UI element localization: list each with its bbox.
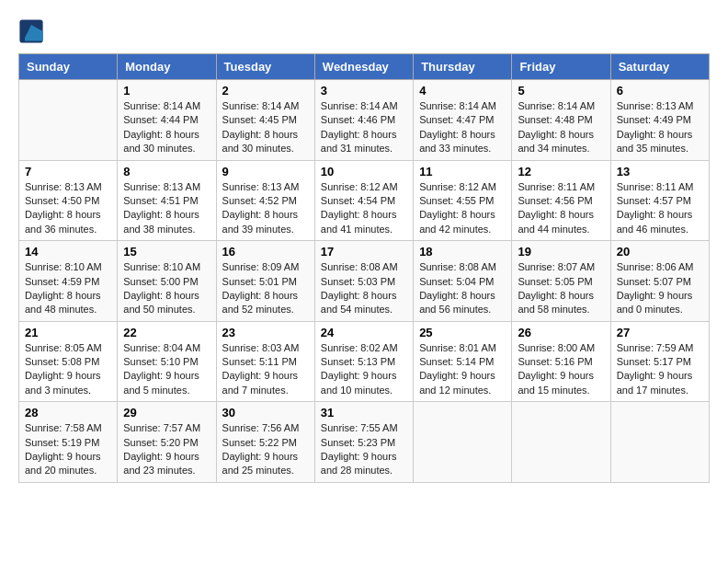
calendar-week-4: 21Sunrise: 8:05 AM Sunset: 5:08 PM Dayli… [19,321,710,402]
day-number: 14 [25,245,111,259]
day-info: Sunrise: 8:14 AM Sunset: 4:44 PM Dayligh… [123,99,210,156]
day-number: 19 [518,245,604,259]
day-info: Sunrise: 8:07 AM Sunset: 5:05 PM Dayligh… [518,260,604,317]
weekday-header-sunday: Sunday [19,54,118,80]
calendar-cell: 22Sunrise: 8:04 AM Sunset: 5:10 PM Dayli… [118,321,216,402]
day-info: Sunrise: 7:55 AM Sunset: 5:23 PM Dayligh… [321,421,407,478]
weekday-header-thursday: Thursday [414,54,512,80]
day-number: 3 [321,84,407,98]
day-number: 27 [617,326,703,339]
day-info: Sunrise: 7:59 AM Sunset: 5:17 PM Dayligh… [617,341,703,398]
day-number: 22 [123,326,210,339]
weekday-header-friday: Friday [512,54,610,80]
calendar-cell: 19Sunrise: 8:07 AM Sunset: 5:05 PM Dayli… [512,241,610,322]
calendar-cell: 2Sunrise: 8:14 AM Sunset: 4:45 PM Daylig… [216,80,314,161]
day-info: Sunrise: 8:05 AM Sunset: 5:08 PM Dayligh… [25,341,111,398]
day-info: Sunrise: 7:57 AM Sunset: 5:20 PM Dayligh… [123,421,210,478]
day-number: 29 [123,406,210,419]
day-number: 10 [321,165,407,178]
calendar-cell: 3Sunrise: 8:14 AM Sunset: 4:46 PM Daylig… [314,80,413,161]
calendar-cell: 4Sunrise: 8:14 AM Sunset: 4:47 PM Daylig… [414,80,512,161]
day-number: 1 [123,84,210,98]
day-number: 28 [25,406,111,419]
calendar-week-3: 14Sunrise: 8:10 AM Sunset: 4:59 PM Dayli… [19,241,710,322]
day-number: 31 [321,406,407,419]
day-info: Sunrise: 8:06 AM Sunset: 5:07 PM Dayligh… [617,260,703,317]
day-number: 23 [222,326,309,339]
calendar-cell [19,80,118,161]
day-number: 24 [321,326,407,339]
weekday-header-saturday: Saturday [610,54,709,80]
day-number: 26 [518,326,604,339]
calendar-cell: 14Sunrise: 8:10 AM Sunset: 4:59 PM Dayli… [19,241,118,322]
day-info: Sunrise: 8:08 AM Sunset: 5:04 PM Dayligh… [419,260,506,317]
day-number: 6 [617,84,703,98]
day-info: Sunrise: 8:03 AM Sunset: 5:11 PM Dayligh… [222,341,309,398]
calendar-cell: 31Sunrise: 7:55 AM Sunset: 5:23 PM Dayli… [314,402,413,483]
day-info: Sunrise: 7:56 AM Sunset: 5:22 PM Dayligh… [222,421,309,478]
calendar-cell: 21Sunrise: 8:05 AM Sunset: 5:08 PM Dayli… [19,321,118,402]
day-info: Sunrise: 8:13 AM Sunset: 4:52 PM Dayligh… [222,180,309,237]
calendar-cell: 5Sunrise: 8:14 AM Sunset: 4:48 PM Daylig… [512,80,610,161]
day-info: Sunrise: 8:00 AM Sunset: 5:16 PM Dayligh… [518,341,604,398]
weekday-header-monday: Monday [118,54,216,80]
day-info: Sunrise: 8:01 AM Sunset: 5:14 PM Dayligh… [419,341,506,398]
day-info: Sunrise: 8:02 AM Sunset: 5:13 PM Dayligh… [321,341,407,398]
day-info: Sunrise: 8:09 AM Sunset: 5:01 PM Dayligh… [222,260,309,317]
day-info: Sunrise: 8:11 AM Sunset: 4:57 PM Dayligh… [617,180,703,237]
day-info: Sunrise: 8:10 AM Sunset: 4:59 PM Dayligh… [25,260,111,317]
day-number: 11 [419,165,506,178]
day-number: 15 [123,245,210,259]
calendar-cell: 6Sunrise: 8:13 AM Sunset: 4:49 PM Daylig… [610,80,709,161]
calendar-cell: 11Sunrise: 8:12 AM Sunset: 4:55 PM Dayli… [414,160,512,241]
day-number: 16 [222,245,309,259]
day-info: Sunrise: 7:58 AM Sunset: 5:19 PM Dayligh… [25,421,111,478]
day-number: 30 [222,406,309,419]
calendar-cell: 9Sunrise: 8:13 AM Sunset: 4:52 PM Daylig… [216,160,314,241]
day-number: 9 [222,165,309,178]
day-info: Sunrise: 8:12 AM Sunset: 4:55 PM Dayligh… [419,180,506,237]
day-info: Sunrise: 8:13 AM Sunset: 4:50 PM Dayligh… [25,180,111,237]
day-info: Sunrise: 8:13 AM Sunset: 4:51 PM Dayligh… [123,180,210,237]
day-info: Sunrise: 8:04 AM Sunset: 5:10 PM Dayligh… [123,341,210,398]
day-info: Sunrise: 8:13 AM Sunset: 4:49 PM Dayligh… [617,99,703,156]
calendar-cell: 27Sunrise: 7:59 AM Sunset: 5:17 PM Dayli… [610,321,709,402]
calendar-cell: 26Sunrise: 8:00 AM Sunset: 5:16 PM Dayli… [512,321,610,402]
day-number: 12 [518,165,604,178]
calendar-cell [512,402,610,483]
calendar-cell: 29Sunrise: 7:57 AM Sunset: 5:20 PM Dayli… [118,402,216,483]
calendar-cell: 13Sunrise: 8:11 AM Sunset: 4:57 PM Dayli… [610,160,709,241]
day-number: 2 [222,84,309,98]
calendar-cell [414,402,512,483]
calendar-week-1: 1Sunrise: 8:14 AM Sunset: 4:44 PM Daylig… [19,80,710,161]
calendar-cell: 12Sunrise: 8:11 AM Sunset: 4:56 PM Dayli… [512,160,610,241]
day-info: Sunrise: 8:14 AM Sunset: 4:45 PM Dayligh… [222,99,309,156]
calendar-cell: 15Sunrise: 8:10 AM Sunset: 5:00 PM Dayli… [118,241,216,322]
day-number: 21 [25,326,111,339]
calendar-cell: 20Sunrise: 8:06 AM Sunset: 5:07 PM Dayli… [610,241,709,322]
weekday-header-tuesday: Tuesday [216,54,314,80]
calendar-cell: 8Sunrise: 8:13 AM Sunset: 4:51 PM Daylig… [118,160,216,241]
calendar-cell: 10Sunrise: 8:12 AM Sunset: 4:54 PM Dayli… [314,160,413,241]
day-number: 13 [617,165,703,178]
logo-icon [18,18,44,44]
day-info: Sunrise: 8:11 AM Sunset: 4:56 PM Dayligh… [518,180,604,237]
calendar-cell: 17Sunrise: 8:08 AM Sunset: 5:03 PM Dayli… [314,241,413,322]
calendar-table: SundayMondayTuesdayWednesdayThursdayFrid… [18,53,710,483]
day-info: Sunrise: 8:14 AM Sunset: 4:46 PM Dayligh… [321,99,407,156]
day-info: Sunrise: 8:10 AM Sunset: 5:00 PM Dayligh… [123,260,210,317]
calendar-cell: 7Sunrise: 8:13 AM Sunset: 4:50 PM Daylig… [19,160,118,241]
day-number: 20 [617,245,703,259]
calendar-cell: 18Sunrise: 8:08 AM Sunset: 5:04 PM Dayli… [414,241,512,322]
calendar-cell: 28Sunrise: 7:58 AM Sunset: 5:19 PM Dayli… [19,402,118,483]
calendar-cell: 30Sunrise: 7:56 AM Sunset: 5:22 PM Dayli… [216,402,314,483]
calendar-cell: 16Sunrise: 8:09 AM Sunset: 5:01 PM Dayli… [216,241,314,322]
day-info: Sunrise: 8:08 AM Sunset: 5:03 PM Dayligh… [321,260,407,317]
calendar-week-2: 7Sunrise: 8:13 AM Sunset: 4:50 PM Daylig… [19,160,710,241]
weekday-header-wednesday: Wednesday [314,54,413,80]
day-info: Sunrise: 8:12 AM Sunset: 4:54 PM Dayligh… [321,180,407,237]
day-info: Sunrise: 8:14 AM Sunset: 4:48 PM Dayligh… [518,99,604,156]
day-info: Sunrise: 8:14 AM Sunset: 4:47 PM Dayligh… [419,99,506,156]
day-number: 8 [123,165,210,178]
calendar-cell: 1Sunrise: 8:14 AM Sunset: 4:44 PM Daylig… [118,80,216,161]
